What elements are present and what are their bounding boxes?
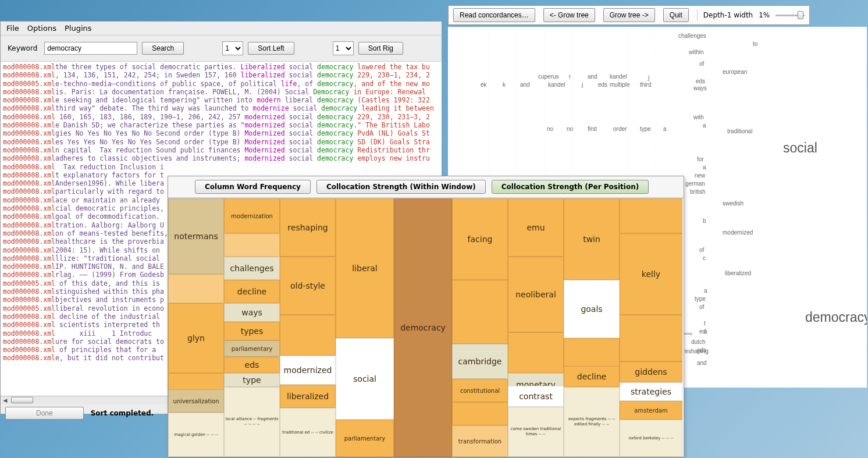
mosaic-cell[interactable]: kelly [620,233,682,315]
tree-node[interactable]: a [704,287,707,294]
mosaic-cell[interactable]: eds [224,357,280,373]
mosaic-cell[interactable]: goals [564,280,620,338]
mosaic-cell[interactable]: expects fragments -- -- edited finally -… [564,387,620,457]
mosaic-cell[interactable]: strategies [620,382,682,401]
mosaic-cell[interactable]: social [336,338,394,420]
scrollbar-thumb[interactable] [11,397,33,403]
concordance-row[interactable]: mod000008.xmle seeking and ideological t… [3,96,439,104]
tree-node[interactable]: j [582,81,583,88]
tree-node[interactable]: of [699,61,704,67]
tree-node[interactable]: challenges [678,33,706,39]
mosaic-cell[interactable]: amsterdam [620,401,682,420]
menu-plugins[interactable]: Plugins [65,24,92,33]
depth-slider[interactable] [775,9,805,21]
mosaic-cell[interactable]: facing [452,198,508,280]
concordance-row[interactable]: mod000008.xmle Danish SD; we characteriz… [3,121,439,129]
mosaic-cell[interactable]: decline [564,366,620,387]
tree-node[interactable]: first [588,126,597,132]
mosaic-cell[interactable]: parliamentary [336,420,394,457]
tab-within-window[interactable]: Collocation Strength (Within Window) [316,180,486,194]
mosaic-cell[interactable]: twin [564,198,620,280]
done-button[interactable]: Done [5,407,84,420]
tree-node[interactable]: liberalized [725,270,751,276]
tree-node[interactable]: eds [598,81,607,88]
mosaic-cell[interactable]: reshaping [280,198,336,257]
tree-node[interactable]: traditional [727,128,752,134]
mosaic-cell[interactable]: universalization [168,389,224,413]
concordance-row[interactable]: mod000008.xmlthird way" debate. The thir… [3,104,439,112]
tree-node[interactable]: of [699,247,704,253]
mosaic-cell[interactable]: magical golden -- -- -- [168,413,224,457]
tree-node[interactable]: type [695,296,706,302]
mosaic-cell[interactable]: constitutional [452,379,508,402]
concordance-row[interactable]: mod000008.xmlis. Paris: La documentation… [3,88,439,96]
tree-node[interactable]: to [753,41,757,47]
mosaic-cell[interactable] [168,274,224,303]
menu-options[interactable]: Options [27,24,56,33]
mosaic-cell[interactable]: neoliberal [508,257,564,332]
concordance-row[interactable]: mod000008.xml, 134, 136, 151, 242, 254; … [3,71,439,79]
tree-node[interactable]: kandel [548,81,565,88]
sort-left-button[interactable]: Sort Left [248,42,294,55]
mosaic-cell[interactable]: cambridge [452,344,508,379]
concordance-row[interactable]: mod000008.xmles Yes Yes No Yes No Yes Se… [3,138,439,146]
collocation-mosaic[interactable]: notermansglynuniversalizationmagical gol… [168,198,684,457]
tree-node[interactable]: order [613,126,627,132]
tree-node[interactable]: reshaping [683,348,709,354]
tree-node[interactable]: swedish [723,200,744,207]
mosaic-cell[interactable]: decline [224,280,280,303]
grow-tree-right-button[interactable]: Grow tree -> [603,8,655,22]
mosaic-cell[interactable] [224,233,280,257]
sort-left-n[interactable]: 1 [222,41,243,55]
mosaic-cell[interactable]: traditional ed -- -- civilize [280,408,336,457]
mosaic-cell[interactable]: old-style [280,257,336,315]
mosaic-cell[interactable]: liberalized [280,385,336,408]
tree-node[interactable]: and [697,360,707,366]
tree-node[interactable]: for [697,156,704,162]
mosaic-cell[interactable]: transformation [452,425,508,457]
read-concordances-button[interactable]: Read concordances… [453,8,535,22]
mosaic-cell[interactable]: giddens [620,361,682,382]
tree-node[interactable]: dutch [691,339,705,345]
concordance-row[interactable]: mod000008.xml 160, 165, 183, 186, 189, 1… [3,113,439,121]
mosaic-cell[interactable]: liberal [336,198,394,338]
mosaic-cell[interactable]: type [224,373,280,387]
tree-node[interactable]: no [567,126,573,132]
tree-node[interactable]: ek [481,81,487,88]
tree-node[interactable]: a [703,122,706,129]
mosaic-cell[interactable]: types [224,322,280,340]
tab-frequency[interactable]: Column Word Frequency [195,180,311,194]
tree-node[interactable]: c [703,255,706,261]
tree-node[interactable]: third [640,81,651,88]
mosaic-cell[interactable]: come sweden traditional times -- -- [508,407,564,457]
sort-right-n[interactable]: 1 [333,41,354,55]
keyword-input[interactable] [44,42,137,55]
concordance-row[interactable]: mod000008.xmlthe three types of social d… [3,63,439,71]
tree-node[interactable]: a [663,126,667,132]
tree-node[interactable]: r [569,73,571,80]
mosaic-cell[interactable] [452,280,508,344]
tree-node[interactable]: t [704,320,706,326]
tree-node[interactable]: modernized [723,229,753,236]
tree-node[interactable]: and [588,73,597,80]
tree-node[interactable]: eds [696,78,705,84]
tree-root[interactable]: democracy [805,310,867,325]
mosaic-cell[interactable]: notermans [168,198,224,274]
tree-node[interactable]: ways [693,85,707,91]
mosaic-cell[interactable]: contrast [508,386,564,407]
mosaic-cell[interactable]: parliamentary [224,340,280,357]
quit-button[interactable]: Quit [663,8,689,22]
tree-node[interactable]: and [520,81,530,88]
tree-root[interactable]: social [783,140,817,156]
sort-right-button[interactable]: Sort Rig [358,42,403,55]
tree-node[interactable]: ed [699,328,706,335]
mosaic-cell[interactable]: oxford berkeley -- -- -- [620,420,682,457]
mosaic-cell[interactable]: modernized [280,356,336,385]
tree-node[interactable]: j [648,74,649,81]
concordance-row[interactable]: mod000005.xmle-techno-media—conditions o… [3,80,439,88]
mosaic-cell[interactable] [620,198,682,233]
tree-node[interactable]: british [690,189,706,195]
tree-node[interactable]: k [503,81,506,88]
tree-node[interactable]: kandel [610,73,627,80]
mosaic-cell[interactable]: glyn [168,303,224,373]
